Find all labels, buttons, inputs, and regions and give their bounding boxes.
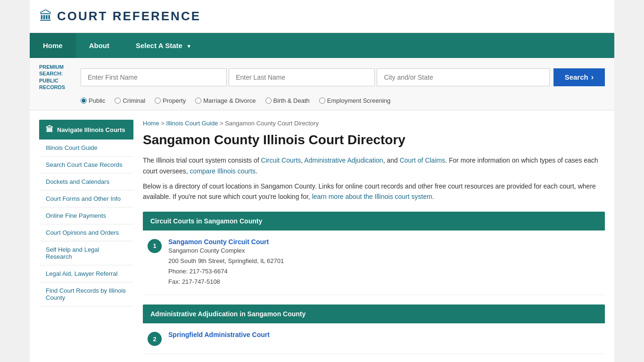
sidebar-item-legal-aid[interactable]: Legal Aid, Lawyer Referral [39, 265, 133, 282]
sidebar-item-self-help[interactable]: Self Help and Legal Research [39, 241, 133, 265]
court-address-1: Sangamon County Complex [168, 246, 284, 256]
circuit-courts-link[interactable]: Circuit Courts [261, 156, 301, 164]
learn-more-link[interactable]: learn more about the Illinois court syst… [312, 193, 432, 200]
sidebar: 🏛 Navigate Illinois Courts Illinois Cour… [39, 120, 133, 354]
radio-marriage[interactable]: Marriage & Divorce [195, 97, 256, 104]
court-entry-1: 1 Sangamon County Circuit Court Sangamon… [143, 230, 605, 295]
search-button[interactable]: Search › [553, 68, 605, 86]
radio-public[interactable]: Public [81, 97, 105, 104]
main-content: Home > Illinois Court Guide > Sangamon C… [143, 120, 605, 354]
court-claims-link[interactable]: Court of Claims [400, 156, 445, 164]
breadcrumb-current: Sangamon County Court Directory [225, 120, 319, 127]
last-name-input[interactable] [229, 68, 375, 86]
court-entry-2: 2 Springfield Administrative Court [143, 323, 605, 354]
compare-link[interactable]: compare Illinois courts [190, 167, 256, 175]
court-name-link-1[interactable]: Sangamon County Circuit Court [168, 238, 269, 246]
main-nav: Home About Select A State ▼ [30, 33, 614, 58]
sidebar-item-court-opinions[interactable]: Court Opinions and Orders [39, 224, 133, 241]
page-title: Sangamon County Illinois Court Directory [143, 132, 605, 148]
radio-property[interactable]: Property [155, 97, 186, 104]
radio-birth[interactable]: Birth & Death [265, 97, 310, 104]
search-type-row: Public Criminal Property Marriage & Divo… [39, 97, 605, 104]
court-number-1: 1 [148, 239, 162, 253]
nav-about[interactable]: About [76, 33, 123, 58]
court-icon: 🏛 [39, 8, 52, 24]
court-fax-1: Fax: 217-747-5108 [168, 277, 284, 287]
dropdown-arrow-icon: ▼ [186, 43, 191, 49]
intro-paragraph-1: The Illinois trial court system consists… [143, 155, 605, 176]
radio-criminal[interactable]: Criminal [115, 97, 145, 104]
intro-paragraph-2: Below is a directory of court locations … [143, 181, 605, 202]
site-header: 🏛 COURT REFERENCE [30, 0, 614, 33]
court-number-2: 2 [148, 332, 162, 346]
search-inputs [81, 68, 550, 86]
sidebar-title: 🏛 Navigate Illinois Courts [39, 120, 133, 140]
court-phone-1: Phone: 217-753-6674 [168, 266, 284, 277]
sidebar-item-online-fine[interactable]: Online Fine Payments [39, 207, 133, 224]
court-info-2: Springfield Administrative Court [168, 331, 270, 338]
logo[interactable]: 🏛 COURT REFERENCE [39, 8, 201, 24]
sidebar-court-icon: 🏛 [46, 125, 53, 134]
city-state-input[interactable] [377, 68, 549, 86]
content-area: 🏛 Navigate Illinois Courts Illinois Cour… [30, 110, 614, 362]
court-info-1: Sangamon County Circuit Court Sangamon C… [168, 238, 284, 287]
search-chevron-icon: › [591, 73, 594, 82]
premium-label: PREMIUM SEARCH: PUBLIC RECORDS [39, 64, 77, 90]
search-bar: PREMIUM SEARCH: PUBLIC RECORDS Search › … [30, 58, 614, 110]
circuit-courts-section-header: Circuit Courts in Sangamon County [143, 212, 605, 230]
sidebar-item-illinois-court-guide[interactable]: Illinois Court Guide [39, 140, 133, 156]
radio-employment[interactable]: Employment Screening [319, 97, 390, 104]
sidebar-item-court-forms[interactable]: Court Forms and Other Info [39, 190, 133, 207]
admin-adj-link[interactable]: Administrative Adjudication [304, 156, 383, 164]
court-address-2: 200 South 9th Street, Springfield, IL 62… [168, 256, 284, 266]
first-name-input[interactable] [81, 68, 227, 86]
site-title: COURT REFERENCE [57, 9, 201, 24]
breadcrumb-home[interactable]: Home [143, 120, 159, 127]
breadcrumb-illinois[interactable]: Illinois Court Guide [166, 120, 218, 127]
breadcrumb: Home > Illinois Court Guide > Sangamon C… [143, 120, 605, 127]
sidebar-item-find-records[interactable]: Find Court Records by Illinois County [39, 282, 133, 306]
sidebar-item-dockets[interactable]: Dockets and Calendars [39, 173, 133, 190]
admin-adj-section-header: Administrative Adjudication in Sangamon … [143, 304, 605, 323]
court-name-link-2[interactable]: Springfield Administrative Court [168, 331, 270, 338]
sidebar-item-search-court-case[interactable]: Search Court Case Records [39, 156, 133, 173]
nav-select-state[interactable]: Select A State ▼ [123, 33, 205, 58]
nav-home[interactable]: Home [30, 33, 76, 58]
